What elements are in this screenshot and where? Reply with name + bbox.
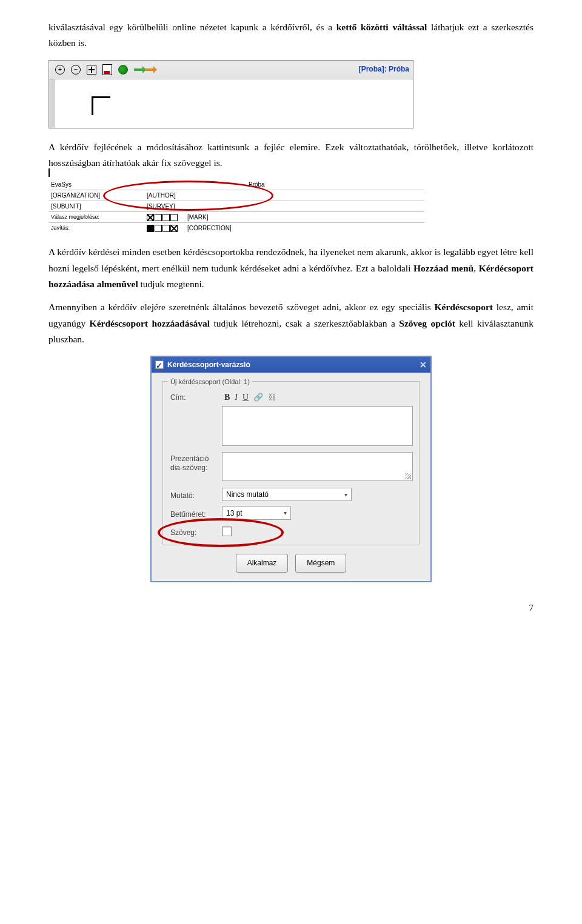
text: , xyxy=(473,263,478,273)
page-number: 7 xyxy=(48,600,534,616)
checkbox-icon xyxy=(155,214,162,221)
paragraph-2: A kérdőív fejlécének a módosításához kat… xyxy=(48,139,534,171)
label-szoveg: Szöveg: xyxy=(170,524,222,539)
cell: [SURVEY] xyxy=(144,201,246,211)
mutato-select[interactable]: Nincs mutató ▾ xyxy=(222,488,352,501)
select-value: 13 pt xyxy=(226,507,242,519)
checkbox-icon xyxy=(170,214,178,221)
checkbox-crossed-icon xyxy=(170,225,178,232)
crop-mark-icon xyxy=(92,96,110,115)
cancel-button[interactable]: Mégsem xyxy=(295,554,346,572)
chevron-down-icon: ▾ xyxy=(284,508,287,518)
text: tudjuk létrehozni, csak a szerkesztőabla… xyxy=(210,318,399,328)
canvas-area xyxy=(49,79,413,128)
szoveg-checkbox[interactable] xyxy=(222,527,232,536)
close-icon[interactable]: ✕ xyxy=(420,358,427,373)
paragraph-4: Amennyiben a kérdőív elejére szeretnénk … xyxy=(48,299,534,347)
wizard-dialog: Kérdéscsoport-varázsló ✕ Új kérdéscsopor… xyxy=(150,356,432,582)
cell: EvaSys xyxy=(48,179,144,190)
globe-icon[interactable] xyxy=(116,62,130,77)
screenshot-toolbar: + − [Proba]: Próba xyxy=(48,60,413,128)
apply-button[interactable]: Alkalmaz xyxy=(236,554,289,572)
check-icon xyxy=(155,361,164,369)
cell: [SUBUNIT] xyxy=(48,201,144,211)
fontsize-select[interactable]: 13 pt ▾ xyxy=(222,507,291,520)
text: Amennyiben a kérdőív elejére szeretnénk … xyxy=(48,302,435,312)
text-bold: Szöveg opciót xyxy=(399,318,455,328)
text-bold: Hozzáad menü xyxy=(413,263,473,273)
cell: Javítás: xyxy=(48,224,144,233)
add-icon[interactable]: + xyxy=(53,62,67,77)
toolbar: + − [Proba]: Próba xyxy=(49,61,413,79)
label-cim: Cím: xyxy=(170,389,222,404)
checkbox-group xyxy=(144,214,185,221)
window-title: [Proba]: Próba xyxy=(359,63,409,75)
remove-icon[interactable]: − xyxy=(69,62,83,77)
table-row: [SUBUNIT] [SURVEY] xyxy=(48,201,424,212)
checkbox-filled-icon xyxy=(147,225,154,232)
cell: [AUTHOR] xyxy=(144,190,246,201)
checkbox-icon xyxy=(162,225,170,232)
text-bold: Kérdéscsoport hozzáadásával xyxy=(90,318,210,328)
screenshot-header-fields: EvaSys Próba [ORGANIZATION] [AUTHOR] [SU… xyxy=(48,179,424,233)
expand-icon[interactable] xyxy=(84,62,99,77)
table-row: Válasz megjelölése: [MARK] xyxy=(48,212,424,223)
label-mutato: Mutató: xyxy=(170,487,222,502)
chevron-down-icon: ▾ xyxy=(344,490,347,500)
pdf-icon[interactable] xyxy=(100,62,115,77)
table-row: EvaSys Próba xyxy=(48,179,424,190)
cell: [MARK] xyxy=(185,212,210,222)
text: tudjuk megtenni. xyxy=(138,279,204,289)
label-presentation: Prezentáció dia-szöveg: xyxy=(170,452,222,472)
cell: Próba xyxy=(246,179,424,190)
checkbox-icon xyxy=(162,214,170,221)
rich-toolbar: B I U 🔗 ⛓ xyxy=(222,389,412,406)
presentation-textarea[interactable] xyxy=(222,452,413,481)
italic-icon[interactable]: I xyxy=(235,390,238,405)
bold-icon[interactable]: B xyxy=(224,390,230,405)
label-betumeret: Betűméret: xyxy=(170,506,222,520)
paragraph-1: kiválasztásával egy körülbelüli online n… xyxy=(48,19,534,52)
dialog-title: Kérdéscsoport-varázsló xyxy=(167,359,250,371)
checkbox-crossed-icon xyxy=(147,214,154,221)
cell: Válasz megjelölése: xyxy=(48,213,144,222)
paragraph-3: A kérdőív kérdései minden esetben kérdés… xyxy=(48,244,534,292)
title-textarea[interactable] xyxy=(222,406,413,446)
checkbox-icon xyxy=(155,225,162,232)
link-icon[interactable]: 🔗 xyxy=(253,391,263,404)
text: kiválasztásával egy körülbelüli online n… xyxy=(48,22,336,32)
text-bold: Kérdéscsoport xyxy=(435,302,493,312)
cell: [CORRECTION] xyxy=(185,223,234,233)
text-cursor-icon xyxy=(48,168,50,177)
group-legend: Új kérdéscsoport (Oldal: 1) xyxy=(168,376,252,388)
toggle-view-icon[interactable] xyxy=(132,62,156,77)
text-bold: kettő közötti váltással xyxy=(336,22,427,32)
table-row: Javítás: [CORRECTION] xyxy=(48,223,424,233)
underline-icon[interactable]: U xyxy=(242,390,249,405)
checkbox-group xyxy=(144,225,185,232)
unlink-icon[interactable]: ⛓ xyxy=(268,391,276,404)
dialog-titlebar: Kérdéscsoport-varázsló ✕ xyxy=(152,357,430,373)
group-frame: Új kérdéscsoport (Oldal: 1) Cím: B I U 🔗… xyxy=(162,381,420,545)
table-row: [ORGANIZATION] [AUTHOR] xyxy=(48,190,424,201)
cell: [ORGANIZATION] xyxy=(48,190,144,201)
select-value: Nincs mutató xyxy=(226,488,269,500)
